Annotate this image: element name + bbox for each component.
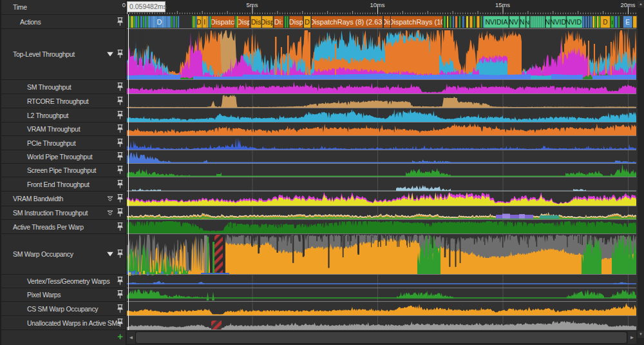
- svg-text:20ms: 20ms: [620, 1, 635, 8]
- svg-text:Dispatcl: Dispatcl: [211, 18, 236, 26]
- svg-text:N: N: [545, 18, 550, 26]
- svg-text:Disp: Disp: [237, 18, 251, 26]
- svg-text:Disp: Disp: [289, 18, 303, 26]
- svg-text:Dis: Dis: [251, 18, 261, 26]
- svg-text:DispatchRays (10: DispatchRays (10: [389, 18, 445, 26]
- svg-text:15ms: 15ms: [495, 1, 510, 8]
- svg-text:10ms: 10ms: [370, 1, 384, 8]
- svg-text:DispatchRays (8) (2.63r: DispatchRays (8) (2.63r: [310, 18, 384, 26]
- svg-text:N: N: [520, 18, 525, 26]
- svg-text:Dis: Dis: [382, 18, 392, 26]
- svg-text:0: 0: [122, 1, 126, 8]
- svg-text:D: D: [305, 18, 310, 26]
- svg-text:D: D: [157, 18, 162, 26]
- svg-text:NVIDIA: NVIDIA: [485, 18, 507, 26]
- svg-text:NVID: NVID: [565, 18, 582, 26]
- svg-text:NVID: NVID: [550, 18, 567, 26]
- svg-text:D: D: [196, 19, 201, 26]
- svg-text:Disp: Disp: [260, 18, 274, 26]
- svg-text:NV: NV: [509, 18, 518, 26]
- svg-text:I: I: [612, 19, 614, 26]
- svg-text:5ms: 5ms: [247, 1, 258, 8]
- svg-text:N: N: [525, 19, 529, 26]
- svg-text:D: D: [603, 19, 607, 26]
- svg-text:E: E: [625, 19, 630, 26]
- svg-text:Di:: Di:: [274, 18, 283, 26]
- svg-text:I: I: [204, 19, 205, 26]
